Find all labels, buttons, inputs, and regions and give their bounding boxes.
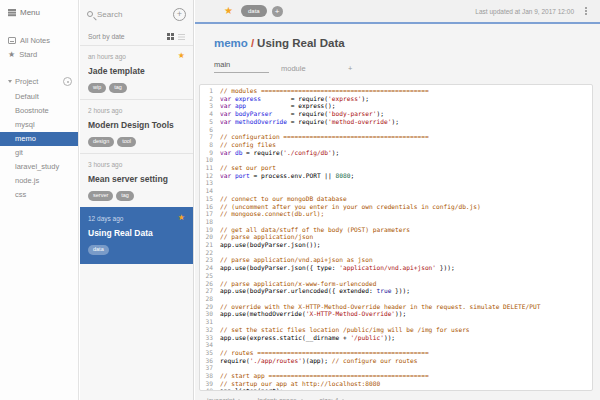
code-line: // start app ===========================…: [220, 372, 592, 380]
project-options-icon[interactable]: [63, 77, 72, 86]
note-list-item[interactable]: 2 hours agoModern Design Toolsdesigntool: [80, 99, 193, 153]
line-number: 22: [200, 249, 213, 257]
tab-label: module: [281, 64, 306, 73]
sidebar-folder-memo[interactable]: memo: [0, 132, 78, 146]
sort-label[interactable]: Sort by date: [88, 33, 125, 40]
star-icon[interactable]: ★: [224, 6, 233, 16]
note-list-item[interactable]: 12 days ago★Using Real Datadata: [80, 207, 193, 264]
list-view-icon[interactable]: [178, 34, 185, 36]
code-line: var db = require('./config/db');: [220, 149, 592, 157]
search-input[interactable]: [97, 10, 169, 19]
code-token: app.use(bodyParser.urlencoded({ extended…: [220, 287, 376, 294]
line-number: 10: [200, 156, 213, 164]
sidebar-folder-git[interactable]: git: [0, 146, 78, 160]
sidebar-project-header[interactable]: Project: [8, 77, 72, 86]
code-line: // mongoose.connect(db.url);: [220, 210, 592, 218]
note-tags: data: [88, 245, 185, 255]
line-number: 34: [200, 341, 213, 349]
note-list-item[interactable]: 3 hours agoMean server settingservertag: [80, 153, 193, 207]
code-line: var bodyParser = require('body-parser');: [220, 110, 592, 118]
code-line: [220, 179, 592, 187]
sidebar-folder-laravel_study[interactable]: laravel_study: [0, 160, 78, 174]
code-token: );: [362, 95, 369, 102]
code-line: // get all data/stuff of the body (POST)…: [220, 226, 592, 234]
sidebar-folder-node.js[interactable]: node.js: [0, 174, 78, 188]
sidebar-folder-css[interactable]: css: [0, 188, 78, 202]
code-line: app.use(bodyParser.json());: [220, 241, 592, 249]
sidebar-folder-Default[interactable]: Default: [0, 90, 78, 104]
sidebar-folder-mysql[interactable]: mysql: [0, 118, 78, 132]
code-token: );: [391, 118, 398, 125]
line-number: 8: [200, 141, 213, 149]
code-token: 'X-HTTP-Method-Override': [306, 310, 395, 317]
tab-main[interactable]: main: [214, 60, 281, 77]
code-token: // get all data/stuff of the body (POST)…: [220, 226, 410, 233]
app-window: Menu All Notes ★ Stard Project DefaultBo…: [0, 0, 600, 400]
note-tag: wip: [88, 83, 106, 93]
code-line: app.use(bodyParser.urlencoded({ extended…: [220, 287, 592, 295]
code-line: // configuration =======================…: [220, 133, 592, 141]
code-line: [220, 126, 592, 134]
code-token: // parse application/vnd.api+json as jso…: [220, 256, 373, 263]
note-tags: wiptag: [88, 83, 185, 93]
last-updated-label: Last updated at Jan 9, 2017 12:00: [475, 8, 574, 15]
sidebar-item-all-notes[interactable]: All Notes: [8, 36, 50, 45]
new-tab-button[interactable]: +: [348, 64, 352, 77]
code-editor[interactable]: 1234567891011121314151617181920212223242…: [199, 84, 593, 391]
code-line: [220, 272, 592, 280]
note-list-panel: + Sort by date an hours ago★Jade templat…: [80, 0, 194, 400]
code-token: app.use(bodyParser.json({ type:: [220, 264, 339, 271]
code-token: './app/routes': [250, 357, 302, 364]
grid-view-icon[interactable]: [167, 33, 174, 40]
code-token: 'application/vnd.api+json': [339, 264, 436, 271]
code-token: ));: [395, 310, 406, 317]
line-number: 18: [200, 218, 213, 226]
code-token: methodOverride: [235, 118, 287, 125]
kebab-menu-icon[interactable]: [585, 7, 587, 9]
code-token: port: [235, 172, 250, 179]
sidebar-folder-Boostnote[interactable]: Boostnote: [0, 104, 78, 118]
note-title: Mean server setting: [88, 174, 185, 184]
note-list-item[interactable]: an hours ago★Jade templatewiptag: [80, 45, 193, 99]
code-token: app.listen(port);: [220, 387, 283, 390]
code-line: // connect to our mongoDB database: [220, 195, 592, 203]
project-label: Project: [15, 77, 38, 86]
code-line: // set our port: [220, 164, 592, 172]
code-token: var: [220, 110, 231, 117]
code-token: // startup our app at http://localhost:8…: [220, 380, 380, 387]
menu-button[interactable]: Menu: [8, 8, 40, 17]
code-token: 'express': [328, 95, 362, 102]
code-line: app.use(methodOverride('X-HTTP-Method-Ov…: [220, 310, 592, 318]
editor-tag[interactable]: data: [241, 5, 267, 17]
code-line: var port = process.env.PORT || 8080;: [220, 172, 592, 180]
editor-tags: data: [241, 5, 267, 17]
add-tag-button[interactable]: +: [272, 6, 283, 17]
line-number: 20: [200, 233, 213, 241]
code-token: './config/db': [283, 149, 331, 156]
star-icon[interactable]: ★: [178, 214, 185, 222]
tab-module[interactable]: module: [281, 64, 348, 77]
star-icon[interactable]: ★: [178, 52, 185, 60]
chevron-down-icon: [8, 80, 12, 83]
code-line: // parse application/json: [220, 233, 592, 241]
code-line: app.use(express.static(__dirname + '/pub…: [220, 334, 592, 342]
sidebar-item-starred[interactable]: ★ Stard: [8, 50, 37, 59]
code-token: true: [376, 287, 391, 294]
add-note-button[interactable]: +: [173, 8, 186, 21]
code-line: // override with the X-HTTP-Method-Overr…: [220, 303, 592, 311]
note-list: an hours ago★Jade templatewiptag2 hours …: [80, 45, 193, 264]
code-line: [220, 187, 592, 195]
code-token: );: [332, 149, 339, 156]
breadcrumb-folder[interactable]: memo: [214, 37, 248, 49]
code-token: ));: [384, 334, 395, 341]
line-number: 5: [200, 118, 213, 126]
code-lines[interactable]: // modules =============================…: [215, 85, 592, 390]
code-token: var: [220, 102, 231, 109]
code-token: 'method-override': [328, 118, 391, 125]
line-number: 13: [200, 179, 213, 187]
code-line: require('./app/routes')(app); // configu…: [220, 357, 592, 365]
star-icon: ★: [8, 51, 15, 58]
code-line: app.listen(port);: [220, 387, 592, 390]
note-tag: data: [88, 245, 109, 255]
sidebar: Menu All Notes ★ Stard Project DefaultBo…: [0, 0, 79, 400]
